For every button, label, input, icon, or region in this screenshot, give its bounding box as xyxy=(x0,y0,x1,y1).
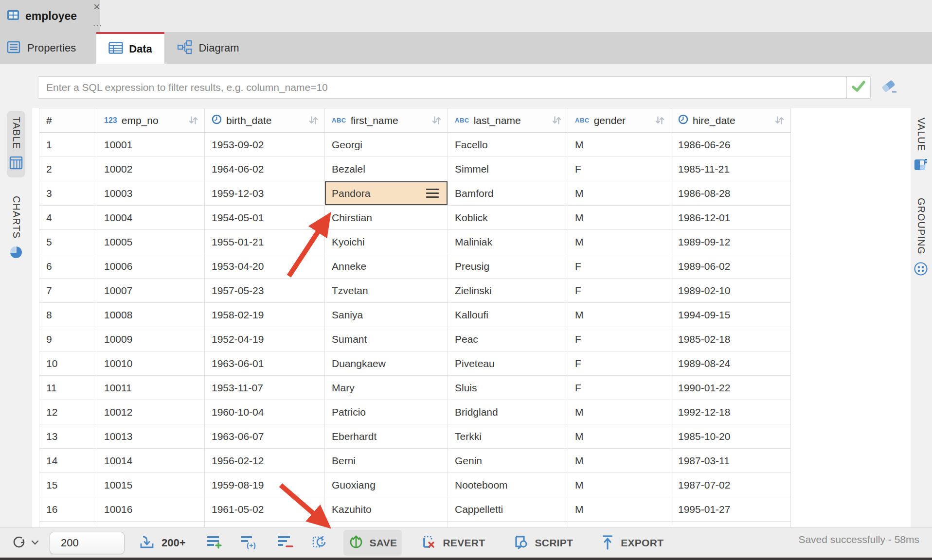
table-cell[interactable]: 10013 xyxy=(97,424,205,449)
table-cell[interactable]: 1963-06-07 xyxy=(205,424,325,449)
table-cell[interactable]: 1953-09-02 xyxy=(205,133,325,157)
table-cell[interactable]: 1992-12-18 xyxy=(671,400,791,424)
table-cell[interactable]: M xyxy=(568,181,671,206)
table-cell[interactable]: Duangkaew xyxy=(325,351,448,376)
table-cell[interactable]: Cappelletti xyxy=(448,497,568,522)
table-cell[interactable]: M xyxy=(568,400,671,424)
table-cell[interactable]: Zielinski xyxy=(448,279,568,303)
table-cell[interactable]: 1986-06-26 xyxy=(671,133,791,157)
sort-icon[interactable] xyxy=(431,115,442,125)
table-cell[interactable]: M xyxy=(568,303,671,327)
column-header-birth_date[interactable]: birth_date xyxy=(205,108,325,133)
export-button[interactable]: EXPORT xyxy=(595,530,668,556)
column-header-gender[interactable]: ABCgender xyxy=(568,108,671,133)
row-number-cell[interactable]: 9 xyxy=(39,327,97,351)
table-cell[interactable]: 1989-02-10 xyxy=(671,279,791,303)
column-header-last_name[interactable]: ABClast_name xyxy=(448,108,568,133)
table-cell[interactable]: 10005 xyxy=(97,230,205,254)
panel-tab-table[interactable]: TABLE xyxy=(7,111,25,177)
table-cell[interactable]: 10003 xyxy=(97,181,205,206)
row-number-cell[interactable]: 5 xyxy=(39,230,97,254)
sql-filter-input[interactable] xyxy=(38,77,846,98)
table-cell[interactable] xyxy=(205,522,325,527)
table-cell[interactable]: Facello xyxy=(448,133,568,157)
table-cell[interactable]: Patricio xyxy=(325,400,448,424)
row-number-cell[interactable]: 2 xyxy=(39,157,97,181)
table-cell[interactable]: 1954-05-01 xyxy=(205,206,325,230)
table-cell[interactable]: 1995-01-27 xyxy=(671,497,791,522)
table-cell[interactable]: Saniya xyxy=(325,303,448,327)
table-cell[interactable]: 1989-06-02 xyxy=(671,254,791,279)
row-number-cell[interactable]: 4 xyxy=(39,206,97,230)
save-button[interactable]: SAVE xyxy=(343,530,402,556)
row-number-cell[interactable]: 15 xyxy=(39,473,97,497)
row-number-cell[interactable]: 8 xyxy=(39,303,97,327)
apply-filter-button[interactable] xyxy=(846,77,870,98)
sort-icon[interactable] xyxy=(655,115,665,125)
table-cell[interactable]: Guoxiang xyxy=(325,473,448,497)
table-cell[interactable]: Berni xyxy=(325,449,448,473)
table-cell[interactable]: F xyxy=(568,376,671,400)
table-cell[interactable]: 1959-12-03 xyxy=(205,181,325,206)
table-cell[interactable] xyxy=(568,522,671,527)
table-cell[interactable]: 1959-08-19 xyxy=(205,473,325,497)
script-button[interactable]: SCRIPT xyxy=(507,530,578,556)
table-cell[interactable]: Kazuhito xyxy=(325,497,448,522)
table-cell[interactable]: M xyxy=(568,449,671,473)
delete-row-icon[interactable] xyxy=(277,535,294,551)
table-cell[interactable]: 1986-08-28 xyxy=(671,181,791,206)
table-cell[interactable]: Peac xyxy=(448,327,568,351)
table-cell[interactable]: Piveteau xyxy=(448,351,568,376)
table-cell[interactable]: 10009 xyxy=(97,327,205,351)
table-cell[interactable]: 10012 xyxy=(97,400,205,424)
table-cell[interactable]: 1985-10-20 xyxy=(671,424,791,449)
table-cell[interactable]: Chirstian xyxy=(325,206,448,230)
table-cell[interactable]: 10016 xyxy=(97,497,205,522)
row-number-cell[interactable]: 6 xyxy=(39,254,97,279)
tab-diagram[interactable]: Diagram xyxy=(164,32,252,64)
row-number-cell[interactable]: 13 xyxy=(39,424,97,449)
table-cell[interactable]: 10014 xyxy=(97,449,205,473)
refresh-icon[interactable] xyxy=(11,534,27,552)
table-cell[interactable]: 1958-02-19 xyxy=(205,303,325,327)
row-number-cell[interactable]: 14 xyxy=(39,449,97,473)
table-cell[interactable]: 10002 xyxy=(97,157,205,181)
table-cell[interactable]: Simmel xyxy=(448,157,568,181)
table-cell[interactable]: Georgi xyxy=(325,133,448,157)
table-cell[interactable]: M xyxy=(568,230,671,254)
panel-tab-value[interactable]: VALUE xyxy=(912,112,930,179)
table-cell[interactable]: 1963-06-01 xyxy=(205,351,325,376)
sort-icon[interactable] xyxy=(552,115,562,125)
table-cell[interactable]: 1989-09-12 xyxy=(671,230,791,254)
table-cell[interactable]: Mary xyxy=(325,376,448,400)
table-cell[interactable]: Anneke xyxy=(325,254,448,279)
table-cell[interactable]: Pandora xyxy=(325,181,448,206)
table-cell[interactable]: Sumant xyxy=(325,327,448,351)
table-cell[interactable]: 10006 xyxy=(97,254,205,279)
sort-icon[interactable] xyxy=(774,115,785,125)
table-cell[interactable]: 10011 xyxy=(97,376,205,400)
table-cell[interactable]: 10010 xyxy=(97,351,205,376)
tab-data[interactable]: Data xyxy=(96,32,164,64)
panel-tab-grouping[interactable]: GROUPING xyxy=(911,192,931,284)
table-cell[interactable] xyxy=(325,522,448,527)
table-cell[interactable]: Sluis xyxy=(448,376,568,400)
table-cell[interactable]: 1986-12-01 xyxy=(671,206,791,230)
cell-menu-icon[interactable] xyxy=(426,189,439,198)
fetch-more-button[interactable]: 200+ xyxy=(139,535,186,551)
table-cell[interactable]: 1987-07-02 xyxy=(671,473,791,497)
column-header-first_name[interactable]: ABCfirst_name xyxy=(325,108,448,133)
table-cell[interactable]: 1964-06-02 xyxy=(205,157,325,181)
table-cell[interactable]: Bamford xyxy=(448,181,568,206)
panel-tab-charts[interactable]: CHARTS xyxy=(7,190,25,267)
table-cell[interactable]: Preusig xyxy=(448,254,568,279)
table-cell[interactable]: 1985-11-21 xyxy=(671,157,791,181)
table-cell[interactable] xyxy=(97,522,205,527)
table-cell[interactable]: F xyxy=(568,254,671,279)
table-cell[interactable]: Bezalel xyxy=(325,157,448,181)
overflow-icon[interactable]: … xyxy=(92,18,103,29)
table-cell[interactable]: Kyoichi xyxy=(325,230,448,254)
table-cell[interactable]: Maliniak xyxy=(448,230,568,254)
table-cell[interactable]: 10004 xyxy=(97,206,205,230)
table-cell[interactable]: 10001 xyxy=(97,133,205,157)
